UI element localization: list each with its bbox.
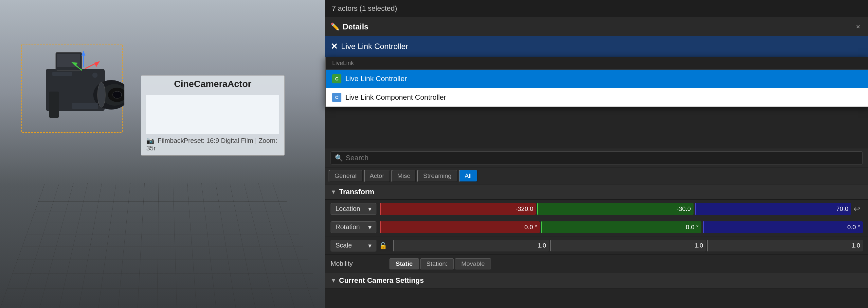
rotation-z-input[interactable] [703,221,863,233]
details-header: ✏️ Details × [326,17,868,37]
scale-row: Scale ▾ 🔓 [326,236,868,255]
tab-misc[interactable]: Misc [392,170,416,182]
camera-small-icon: 📷 [146,137,154,144]
tooltip-content [146,95,279,134]
chevron-down-icon: ▾ [368,242,371,249]
ll-close-button[interactable]: ✕ [331,41,338,52]
svg-point-5 [113,91,122,98]
rotation-x-input[interactable] [380,221,540,233]
ll-item-live-link-controller[interactable]: C Live Link Controller [326,70,868,88]
svg-point-17 [92,73,97,78]
right-panel: 7 actors (1 selected) ✏️ Details × 👥 Cin… [326,0,868,308]
transform-section-title: Transform [339,188,374,196]
location-inputs [380,203,851,215]
tabs-row: General Actor Misc Streaming All [326,167,868,184]
chevron-down-icon: ▾ [368,205,371,213]
transform-section-header[interactable]: ▼ Transform [326,184,868,200]
settings-collapse-icon: ▼ [331,277,337,284]
ll-group-header: LiveLink [326,57,868,70]
svg-rect-16 [52,72,72,76]
location-label-button[interactable]: Location ▾ [331,203,376,215]
rotation-inputs [380,221,863,233]
section-collapse-icon: ▼ [331,189,337,196]
ll-item-icon-2: C [332,93,341,102]
rotation-y-input[interactable] [541,221,701,233]
location-y-input[interactable] [537,203,693,215]
details-close-button[interactable]: × [853,21,863,32]
tab-streaming[interactable]: Streaming [417,170,458,182]
mobility-static-button[interactable]: Static [390,258,419,269]
rotation-label-button[interactable]: Rotation ▾ [331,221,376,233]
mobility-label: Mobility [331,260,390,268]
viewport-grid [0,182,326,308]
mobility-stationary-button[interactable]: Station: [420,258,454,269]
svg-rect-18 [72,103,98,109]
search-icon: 🔍 [335,154,343,162]
search-input[interactable] [346,154,859,162]
ll-item-icon-1: C [332,74,341,83]
svg-rect-7 [49,92,59,118]
search-row: 🔍 [326,148,868,167]
tab-actor[interactable]: Actor [364,170,390,182]
mobility-row: Mobility Static Station: Movable [326,255,868,273]
rotation-row: Rotation ▾ [326,218,868,236]
actor-tooltip: CineCameraActor 📷 FilmbackPreset: 16:9 D… [141,75,285,156]
scale-label-button[interactable]: Scale ▾ [331,240,376,251]
scale-x-input[interactable] [393,240,549,251]
scale-inputs [393,240,863,251]
svg-point-6 [97,82,105,107]
svg-marker-13 [94,61,100,67]
viewport: CineCameraActor 📷 FilmbackPreset: 16:9 D… [0,0,326,308]
mobility-buttons: Static Station: Movable [390,258,491,269]
top-bar: 7 actors (1 selected) [326,0,868,17]
ll-item-live-link-component-controller[interactable]: C Live Link Component Controller [326,88,868,107]
details-title: Details [343,22,853,31]
camera-settings-header[interactable]: ▼ Current Camera Settings [326,273,868,288]
camera-model [20,42,124,134]
chevron-down-icon: ▾ [368,223,371,231]
camera-settings-title: Current Camera Settings [339,276,424,285]
location-reset-button[interactable]: ↩ [851,204,863,213]
scale-y-input[interactable] [550,240,706,251]
svg-rect-9 [57,54,80,67]
tooltip-footer: 📷 FilmbackPreset: 16:9 Digital Film | Zo… [146,137,279,152]
tab-all[interactable]: All [459,170,477,182]
location-z-input[interactable] [695,203,851,215]
ll-input-row[interactable]: ✕ [326,36,868,57]
scale-z-input[interactable] [707,240,863,251]
pencil-icon: ✏️ [331,23,339,31]
mobility-movable-button[interactable]: Movable [455,258,491,269]
ll-search-input[interactable] [341,42,863,51]
location-x-input[interactable] [380,203,536,215]
search-input-wrap[interactable]: 🔍 [331,151,863,165]
tab-general[interactable]: General [329,170,363,182]
svg-marker-11 [82,51,86,56]
actors-count: 7 actors (1 selected) [332,4,397,13]
ll-dropdown-menu: LiveLink C Live Link Controller C Live L… [326,57,868,107]
location-row: Location ▾ ↩ [326,200,868,218]
live-link-dropdown: ✕ LiveLink C Live Link Controller C Live… [326,36,868,107]
tooltip-title: CineCameraActor [146,79,279,92]
scale-lock-button[interactable]: 🔓 [376,242,390,249]
